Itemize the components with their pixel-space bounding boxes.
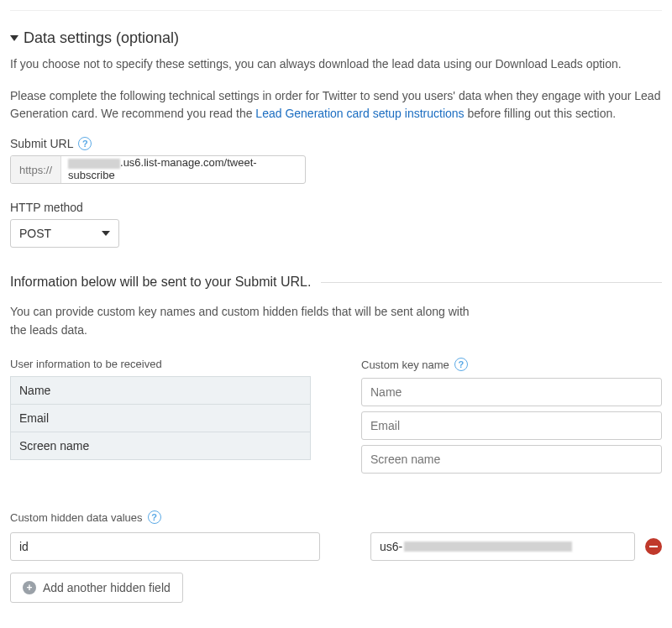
collapse-icon (10, 35, 18, 41)
section-instructions: Please complete the following technical … (10, 87, 662, 123)
hidden-val-col: us6- (370, 532, 662, 561)
custom-key-input[interactable] (361, 445, 662, 474)
custom-key-col: Custom key name ? (361, 358, 662, 479)
user-info-row: Email (10, 404, 311, 432)
hidden-values-label-text: Custom hidden data values (10, 511, 143, 524)
instructions-suffix: before filling out this section. (468, 107, 617, 120)
submit-url-label-text: Submit URL (10, 137, 73, 150)
user-info-row: Name (10, 376, 311, 405)
custom-key-label-text: Custom key name (361, 358, 449, 371)
submit-info-desc: You can provide custom key names and cus… (10, 303, 480, 339)
divider (321, 282, 662, 283)
submit-info-heading: Information below will be sent to your S… (10, 275, 311, 290)
section-header[interactable]: Data settings (optional) (10, 29, 662, 47)
add-hidden-field-label: Add another hidden field (43, 581, 171, 594)
help-icon[interactable]: ? (148, 510, 161, 524)
hidden-values-label: Custom hidden data values ? (10, 510, 662, 524)
redacted-hidden-value (404, 542, 572, 552)
setup-instructions-link[interactable]: Lead Generation card setup instructions (255, 107, 464, 120)
custom-key-input[interactable] (361, 378, 662, 406)
help-icon[interactable]: ? (454, 358, 468, 371)
custom-key-input[interactable] (361, 411, 662, 440)
section-title: Data settings (optional) (24, 29, 179, 47)
hidden-value-prefix: us6- (380, 540, 402, 553)
hidden-row: us6- (10, 532, 662, 561)
http-method-select[interactable]: POST (10, 219, 119, 248)
submit-url-label: Submit URL ? (10, 137, 662, 150)
help-icon[interactable]: ? (78, 137, 92, 150)
user-info-row: Screen name (10, 432, 311, 460)
mapping-columns: User information to be received Name Ema… (10, 358, 662, 479)
submit-info-header-row: Information below will be sent to your S… (10, 275, 662, 290)
remove-hidden-button[interactable] (645, 538, 662, 555)
plus-circle-icon: + (23, 581, 36, 594)
minus-icon (649, 546, 658, 547)
url-scheme-prefix: https:// (11, 156, 61, 183)
redacted-subdomain (68, 159, 120, 169)
section-intro: If you choose not to specify these setti… (10, 55, 662, 74)
http-method-value: POST (19, 227, 51, 240)
submit-url-input-wrap: https:// .us6.list-manage.com/tweet-subs… (10, 155, 306, 184)
user-info-label: User information to be received (10, 358, 311, 370)
hidden-value-input[interactable]: us6- (370, 532, 635, 561)
chevron-down-icon (102, 231, 110, 236)
hidden-key-input[interactable] (10, 532, 320, 561)
custom-key-label: Custom key name ? (361, 358, 662, 371)
submit-url-input[interactable]: .us6.list-manage.com/tweet-subscribe (61, 156, 305, 183)
top-divider (10, 10, 662, 11)
add-hidden-field-button[interactable]: + Add another hidden field (10, 573, 183, 603)
user-info-col: User information to be received Name Ema… (10, 358, 311, 479)
http-method-label: HTTP method (10, 201, 662, 214)
